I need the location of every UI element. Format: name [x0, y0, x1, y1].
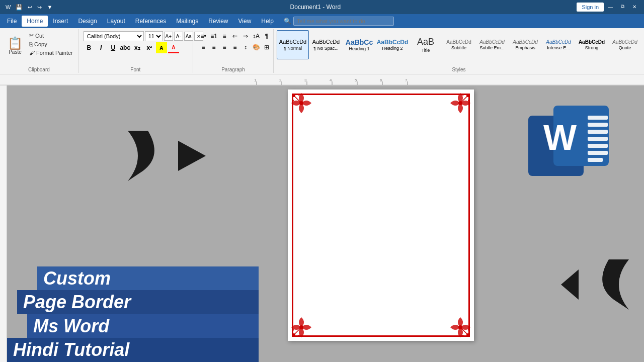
align-left-button[interactable]: ≡ — [198, 42, 208, 52]
clipboard-content: 📋 Paste ✂ Cut ⎘ Copy 🖌 Format Painter — [3, 29, 75, 66]
style-strong-preview: AaBbCcDd — [579, 39, 605, 45]
corner-top-right — [448, 90, 473, 116]
para-row-1: ≡• ≡1 ≡ ⇐ ⇒ ↕A ¶ — [198, 31, 272, 41]
menu-references[interactable]: References — [130, 16, 171, 27]
menu-layout[interactable]: Layout — [102, 16, 130, 27]
style-heading1[interactable]: AaBbCc Heading 1 — [343, 30, 375, 59]
font-row-2: B I U abc x₂ x² A A — [84, 42, 203, 53]
increase-indent-button[interactable]: ⇒ — [240, 31, 251, 41]
style-subtitle[interactable]: AaBbCcDd Subtitle — [443, 30, 475, 59]
style-subtle-em[interactable]: AaBbCcDd Subtle Em... — [476, 30, 508, 59]
menu-review[interactable]: Review — [203, 16, 233, 27]
numbering-button[interactable]: ≡1 — [209, 31, 219, 41]
strikethrough-button[interactable]: abc — [120, 42, 131, 53]
svg-text:3: 3 — [304, 78, 307, 82]
ruler-svg: 1 2 3 4 5 6 7 — [0, 74, 644, 85]
italic-button[interactable]: I — [96, 42, 107, 53]
font-grow-button[interactable]: A+ — [164, 32, 173, 41]
font-color-button[interactable]: A — [168, 42, 179, 53]
shading-button[interactable]: 🎨 — [251, 42, 261, 52]
style-strong-label: Strong — [585, 45, 599, 50]
menu-file[interactable]: File — [2, 16, 22, 27]
maximize-button[interactable]: ⧉ — [617, 3, 628, 11]
format-painter-button[interactable]: 🖌 Format Painter — [27, 49, 75, 57]
paste-button[interactable]: 📋 Paste — [3, 30, 27, 61]
style-emphasis[interactable]: AaBbCcDd Emphasis — [509, 30, 541, 59]
borders-button[interactable]: ⊞ — [262, 42, 272, 52]
style-intense-em[interactable]: AaBbCcDd Intense E... — [542, 30, 575, 59]
svg-point-24 — [466, 94, 469, 97]
style-intenseem-preview: AaBbCcDd — [546, 39, 571, 45]
style-normal[interactable]: AaBbCcDd ¶ Normal — [277, 30, 309, 59]
svg-rect-16 — [0, 85, 7, 362]
font-size-select[interactable]: 11 — [145, 31, 163, 41]
style-strong[interactable]: AaBbCcDd Strong — [576, 30, 608, 59]
style-subtitle-label: Subtitle — [451, 45, 466, 50]
align-center-button[interactable]: ≡ — [209, 42, 219, 52]
svg-rect-39 — [588, 123, 608, 127]
subscript-button[interactable]: x₂ — [132, 42, 143, 53]
change-case-button[interactable]: Aa — [184, 32, 193, 41]
superscript-button[interactable]: x² — [144, 42, 155, 53]
sign-in-button[interactable]: Sign in — [577, 3, 604, 12]
bullets-button[interactable]: ≡• — [198, 31, 208, 41]
svg-rect-0 — [0, 74, 644, 85]
save-quick[interactable]: 💾 — [14, 4, 24, 11]
font-group: Calibri (Body) 11 A+ A- Aa ✕ B I U abc x… — [78, 29, 193, 73]
redo-quick[interactable]: ↪ — [36, 4, 43, 11]
underline-button[interactable]: U — [108, 42, 119, 53]
style-heading2[interactable]: AaBbCcDd Heading 2 — [376, 30, 409, 59]
svg-rect-44 — [588, 158, 603, 162]
svg-text:6: 6 — [380, 78, 382, 82]
svg-point-29 — [298, 335, 300, 337]
word-document[interactable] — [288, 89, 474, 341]
left-panel: Custom Page Border Ms Word Hindi Tutoria… — [7, 85, 259, 362]
paste-label: Paste — [9, 49, 22, 55]
overlay-line-1: Custom — [37, 266, 259, 291]
line-spacing-button[interactable]: ↕ — [240, 42, 251, 52]
font-content: Calibri (Body) 11 A+ A- Aa ✕ B I U abc x… — [82, 29, 205, 66]
style-quote[interactable]: AaBbCcDd Quote — [609, 30, 641, 59]
multilevel-button[interactable]: ≡ — [219, 31, 229, 41]
undo-quick[interactable]: ↩ — [26, 4, 34, 11]
style-quote-label: Quote — [619, 45, 631, 50]
style-title[interactable]: AaB Title — [410, 30, 442, 59]
menu-help[interactable]: Help — [256, 16, 279, 27]
font-shrink-button[interactable]: A- — [174, 32, 183, 41]
customize-quick[interactable]: ▼ — [45, 4, 54, 10]
align-right-button[interactable]: ≡ — [219, 42, 229, 52]
justify-button[interactable]: ≡ — [230, 42, 240, 52]
svg-marker-18 — [178, 141, 206, 171]
menu-view[interactable]: View — [233, 16, 257, 27]
menu-mailings[interactable]: Mailings — [171, 16, 203, 27]
close-button[interactable]: ✕ — [629, 3, 640, 11]
font-name-select[interactable]: Calibri (Body) — [84, 31, 144, 41]
svg-point-33 — [462, 335, 464, 337]
menu-bar: File Home Insert Design Layout Reference… — [0, 14, 644, 28]
text-highlight-button[interactable]: A — [156, 42, 167, 53]
styles-content: AaBbCcDd ¶ Normal AaBbCcDd ¶ No Spac... … — [277, 29, 641, 66]
right-arrow — [118, 116, 208, 198]
style-no-spacing[interactable]: AaBbCcDd ¶ No Spac... — [310, 30, 342, 59]
menu-insert[interactable]: Insert — [48, 16, 73, 27]
cut-button[interactable]: ✂ Cut — [27, 31, 75, 40]
corner-br-svg — [448, 315, 473, 340]
menu-design[interactable]: Design — [73, 16, 102, 27]
left-arrow-svg — [558, 249, 639, 320]
bold-button[interactable]: B — [84, 42, 95, 53]
corner-tr-svg — [448, 90, 473, 116]
svg-point-21 — [298, 94, 300, 96]
copy-button[interactable]: ⎘ Copy — [27, 40, 75, 48]
decrease-indent-button[interactable]: ⇐ — [230, 31, 240, 41]
minimize-button[interactable]: — — [605, 3, 616, 11]
font-label: Font — [82, 66, 190, 73]
cut-icon: ✂ — [29, 32, 34, 39]
show-marks-button[interactable]: ¶ — [262, 31, 272, 41]
style-nospacing-label: ¶ No Spac... — [313, 46, 338, 51]
sort-button[interactable]: ↕A — [251, 31, 261, 41]
document-title: Document1 - Word — [54, 4, 577, 11]
menu-home[interactable]: Home — [22, 16, 48, 27]
styles-label: Styles — [277, 66, 641, 73]
tell-me-input[interactable] — [293, 17, 394, 26]
vertical-ruler-svg — [0, 85, 7, 362]
